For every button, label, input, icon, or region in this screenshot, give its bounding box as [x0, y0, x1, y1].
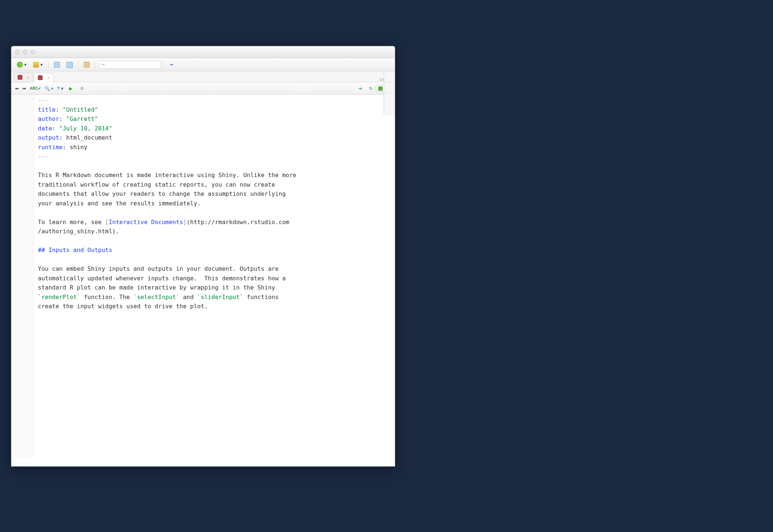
deploy-button[interactable]: ➥ [167, 60, 178, 69]
new-file-button[interactable]: ▾ [14, 60, 29, 69]
minimize-icon[interactable] [23, 50, 28, 54]
zoom-icon[interactable] [31, 50, 35, 54]
minimize-pane-icon[interactable]: ▭ [379, 76, 384, 82]
help-button[interactable]: ? ▾ [57, 86, 63, 91]
close-icon[interactable]: × [47, 76, 49, 80]
goto-file-input[interactable]: ↪ [99, 61, 161, 69]
window-titlebar[interactable] [11, 46, 395, 58]
run-document-button[interactable]: ▶ [67, 85, 76, 92]
line-gutter [11, 95, 34, 457]
save-button[interactable] [51, 60, 62, 69]
play-icon: ▶ [69, 86, 72, 91]
forward-button[interactable]: ➡ [22, 86, 26, 91]
tab-files[interactable] [384, 82, 395, 93]
run-arrow-icon: ➔ [358, 86, 362, 91]
rmd-file-icon [18, 75, 22, 80]
goto-arrow-icon: ↪ [101, 62, 105, 67]
print-button[interactable] [81, 60, 92, 69]
main-toolbar: ▾ ▾ ↪ ➥ [11, 58, 395, 71]
open-file-button[interactable]: ▾ [31, 60, 45, 69]
chunk-icon [378, 86, 383, 91]
find-button[interactable]: 🔍 ▾ [44, 86, 53, 91]
code-editor[interactable]: --- title: "Untitled" author: "Garrett" … [11, 95, 395, 457]
deploy-icon: ➥ [170, 62, 173, 67]
editor-tabstrip: × × ▭ ⬜ [11, 71, 395, 82]
gear-icon[interactable]: ⚙ [80, 86, 84, 91]
tab-plain-rmd[interactable]: × [14, 72, 33, 82]
tab-environment[interactable] [384, 71, 395, 82]
rstudio-window: ▾ ▾ ↪ ➥ × × ▭ ⬜ ⬅ ➡ ABC✔ 🔍 ▾ ? ▾ ▶ ⚙ ➔ ↻ [11, 46, 395, 467]
close-icon[interactable]: × [27, 75, 29, 80]
save-all-button[interactable] [64, 60, 75, 69]
close-icon[interactable] [15, 50, 20, 54]
rerun-button[interactable]: ↻ [369, 86, 373, 91]
run-button[interactable]: ➔ [356, 85, 366, 92]
code-text[interactable]: --- title: "Untitled" author: "Garrett" … [34, 95, 395, 457]
source-toolbar: ⬅ ➡ ABC✔ 🔍 ▾ ? ▾ ▶ ⚙ ➔ ↻ ▾ [11, 82, 395, 95]
tab-untitled-rmd[interactable]: × [34, 73, 53, 82]
spellcheck-button[interactable]: ABC✔ [30, 86, 41, 90]
back-button[interactable]: ⬅ [15, 86, 19, 91]
rmd-file-icon [38, 75, 43, 80]
